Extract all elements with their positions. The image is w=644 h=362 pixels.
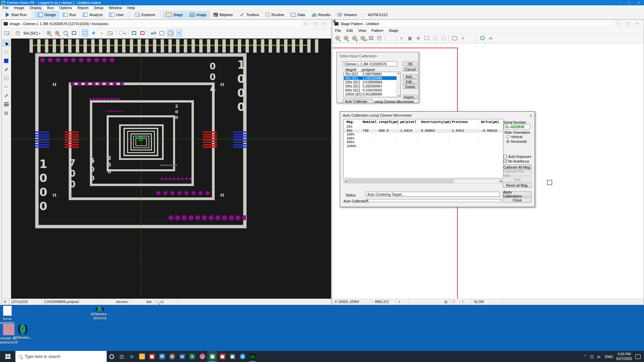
word-icon[interactable]: W [177,351,187,362]
maximize-icon[interactable]: □ [624,21,632,26]
radio-icon[interactable] [506,135,509,138]
start-run-button[interactable]: Start Run [3,11,30,18]
live-indicator[interactable]: live [130,299,154,305]
analyze-button[interactable]: Analyze [80,11,106,18]
undo-icon[interactable]: ↩ [3,83,10,90]
checkbox-auto-exposure[interactable]: Auto Exposure [503,155,531,159]
scrollbar-vertical[interactable]: ▲▼ [396,72,400,97]
scroll-left-icon[interactable]: ◀ [344,180,348,183]
table-row-highlighted[interactable]: 50x700699.91.04240.000611.0423-0.00010 [344,129,503,133]
checkbox-icon-checked[interactable] [503,160,507,163]
edit-button[interactable]: Edit... [403,79,418,84]
red-rect-icon[interactable] [139,29,145,37]
list-item[interactable]: 200x [SC]0.260399997 [344,84,400,88]
checkbox-no-autofocus[interactable]: No Autofocus [503,159,529,163]
stage-window-titlebar[interactable]: Stage Pattern - Untitled ─ □ × [332,20,644,28]
viewers-button[interactable]: Viewers [334,11,360,18]
tray-chevron-icon[interactable]: ⌃ [584,354,587,359]
expand-icon[interactable] [468,35,474,42]
design-button[interactable]: Design [35,11,59,18]
desktop-icon-afmonitor-shortcut[interactable]: () AFMonitor - Shortcut [87,306,113,320]
toolbox-button[interactable]: Toolbox [236,11,262,18]
afmonitor-taskbar-icon[interactable]: (0) [248,351,258,362]
routine-button[interactable]: Routine [263,11,287,18]
crosshair-icon[interactable]: + [176,29,182,37]
stage-pattern-cell[interactable] [547,180,552,185]
stop-button[interactable]: Stop [503,177,532,182]
calibrate-50x-button[interactable]: Calibrate 50x Mag. [503,171,532,176]
measure-tool-icon[interactable]: ▤ [3,110,10,116]
delete-button[interactable]: Delete [403,84,418,89]
scroll-thumb[interactable] [348,180,454,183]
pattern-icon[interactable] [118,29,126,37]
zoom-out-icon[interactable] [343,35,349,42]
menu-image[interactable]: Image [11,5,27,10]
pen-tool-icon[interactable] [3,92,10,99]
magnification-select[interactable]: 50x [SC] [23,29,41,37]
clemex-vision-icon[interactable]: ▩ [207,351,217,362]
camera-settings-icon[interactable] [107,29,113,37]
minimize-icon[interactable]: ─ [614,0,624,5]
center-target-icon[interactable]: + [398,35,405,42]
cancel-button[interactable]: Cancel [403,67,418,71]
spot-region-icon[interactable] [440,35,446,42]
stage-view-icon[interactable] [167,29,174,37]
clemex-red-icon[interactable]: ▩ [217,351,227,362]
select-region-icon[interactable] [82,29,88,37]
explorer-button[interactable]: Explorer [132,11,158,18]
store-icon[interactable]: ▩ [147,351,157,362]
pan-icon[interactable]: ✥ [91,29,97,37]
start-button[interactable] [0,351,15,362]
zoom-reset-icon[interactable] [63,29,69,37]
cursor-tool-icon[interactable] [3,40,10,47]
menu-pattern[interactable]: Pattern [369,28,386,33]
user-button[interactable]: User [106,11,127,18]
edge-icon[interactable]: e [127,351,137,362]
task-view-icon[interactable]: ◫ [117,351,127,362]
table-row[interactable]: 1000x [344,144,503,148]
chrome-icon[interactable] [167,351,177,362]
fit-view-icon[interactable]: + [368,35,374,42]
circular-grid-icon[interactable]: ⊕ [415,35,421,42]
desktop-icon-afmonitor[interactable]: () AFMonitor... [10,323,36,340]
fit-to-window-icon[interactable] [71,29,77,37]
maximize-icon[interactable]: □ [624,0,634,5]
minimize-icon[interactable]: ─ [302,21,310,26]
camera-name-field[interactable]: Clemex L 1.3M #12030576 [343,61,397,66]
apply-calibrations-button[interactable]: Apply Calibrations [503,191,532,196]
hand-pan-icon[interactable] [376,35,382,42]
cortana-icon[interactable] [107,351,117,362]
zoom-plus-plus-icon[interactable]: ++ [360,35,366,42]
bitplane-button[interactable]: Bitplane [210,11,236,18]
list-item-selected[interactable]: 50x [SC]1.042299986 [344,76,400,80]
run-button[interactable]: Run [60,11,79,18]
close-icon[interactable]: × [634,0,644,5]
objective-icon[interactable] [15,29,21,37]
desktop-icon-focus-parameter[interactable]: focus parameter... [0,306,20,325]
camera-icon[interactable] [4,29,10,37]
delete-pattern-icon[interactable]: × [460,35,466,42]
checkbox-icon[interactable] [503,155,507,158]
table-row[interactable]: 200x [344,137,503,141]
taskbar-clock[interactable]: 3:00 PM5/27/2020 [616,352,632,361]
language-indicator[interactable]: ENG [605,355,613,359]
blue-rect-icon[interactable] [131,29,137,37]
close-icon[interactable]: × [320,21,329,26]
eject-icon[interactable] [488,35,494,42]
list-item[interactable]: 25x [SC]2.089799881 [344,72,400,76]
rounded-rect-icon[interactable] [451,35,458,42]
menu-edit[interactable]: Edit [344,28,356,33]
zoom-out-icon[interactable] [54,29,60,37]
close-icon[interactable]: × [530,113,532,118]
magnification-list[interactable]: 25x [SC]2.089799881 50x [SC]1.042299986 … [343,72,400,97]
calculator-icon[interactable]: ▦ [227,351,237,362]
table-row[interactable]: 25x [344,125,503,129]
hand-tool-icon[interactable] [3,49,10,55]
zoom-in-icon[interactable] [334,35,340,42]
close-button[interactable]: Close [503,197,532,202]
lightbulb-icon[interactable]: ● [99,29,105,37]
notification-center-icon[interactable] [635,354,641,359]
astm-e112-button[interactable]: ASTM E112 [365,11,391,18]
import-button[interactable]: Import... [403,95,418,99]
maximize-icon[interactable]: □ [311,21,320,26]
